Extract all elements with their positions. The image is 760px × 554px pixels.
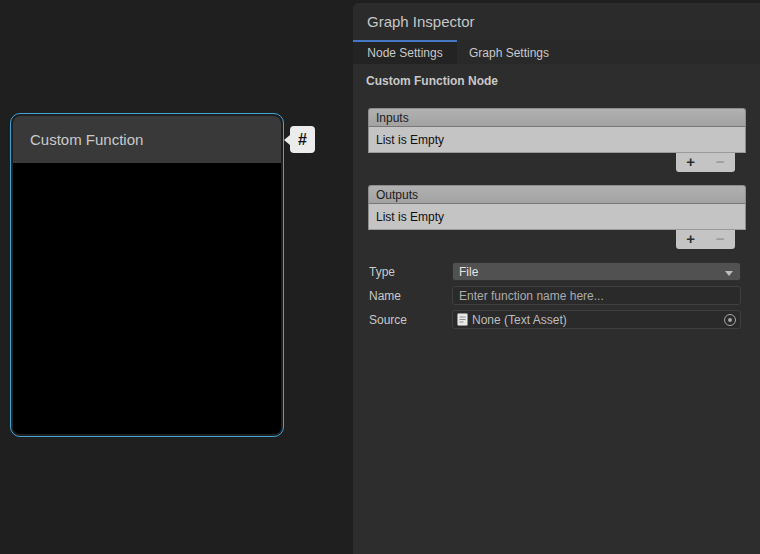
source-object-value: None (Text Asset) [472,313,724,327]
type-label: Type [369,265,395,279]
tab-node-settings[interactable]: Node Settings [353,40,457,64]
text-asset-icon [457,313,468,326]
outputs-remove-button[interactable]: − [709,231,731,248]
custom-function-node[interactable]: Custom Function [10,113,284,437]
object-picker-icon[interactable] [724,314,736,326]
outputs-list-footer: + − [676,230,735,249]
type-dropdown-value: File [459,265,478,279]
node-title-bar[interactable]: Custom Function [13,116,281,163]
badge-tail-icon [284,135,290,145]
outputs-add-button[interactable]: + [680,231,702,248]
outputs-empty-row: List is Empty [368,204,746,230]
inputs-list-footer: + − [676,153,735,172]
outputs-empty-label: List is Empty [376,210,444,224]
inputs-add-button[interactable]: + [680,154,702,171]
inputs-empty-label: List is Empty [376,133,444,147]
name-label: Name [369,289,401,303]
outputs-header-label: Outputs [376,188,418,202]
graph-inspector-panel: Graph Inspector Node Settings Graph Sett… [353,3,760,554]
tab-label: Graph Settings [469,46,549,60]
inputs-list-header: Inputs [368,108,746,127]
outputs-list-header: Outputs [368,185,746,204]
tab-graph-settings[interactable]: Graph Settings [457,40,561,64]
section-title: Custom Function Node [366,74,498,88]
type-dropdown[interactable]: File [452,262,741,281]
tab-bar: Node Settings Graph Settings [353,40,760,64]
chevron-down-icon [725,271,733,276]
node-settings-badge[interactable]: # [290,126,315,153]
inputs-empty-row: List is Empty [368,127,746,153]
source-label: Source [369,313,407,327]
function-name-input[interactable] [452,286,741,305]
tab-label: Node Settings [367,46,442,60]
node-title: Custom Function [30,131,143,148]
node-body [13,163,281,434]
inputs-list: Inputs List is Empty + − [368,108,746,153]
panel-header[interactable]: Graph Inspector [353,3,760,40]
inputs-remove-button[interactable]: − [709,154,731,171]
hash-icon: # [298,131,307,149]
source-object-field[interactable]: None (Text Asset) [452,310,741,329]
panel-title: Graph Inspector [367,13,475,30]
node-container: Custom Function [13,116,281,434]
inputs-header-label: Inputs [376,111,409,125]
outputs-list: Outputs List is Empty + − [368,185,746,230]
